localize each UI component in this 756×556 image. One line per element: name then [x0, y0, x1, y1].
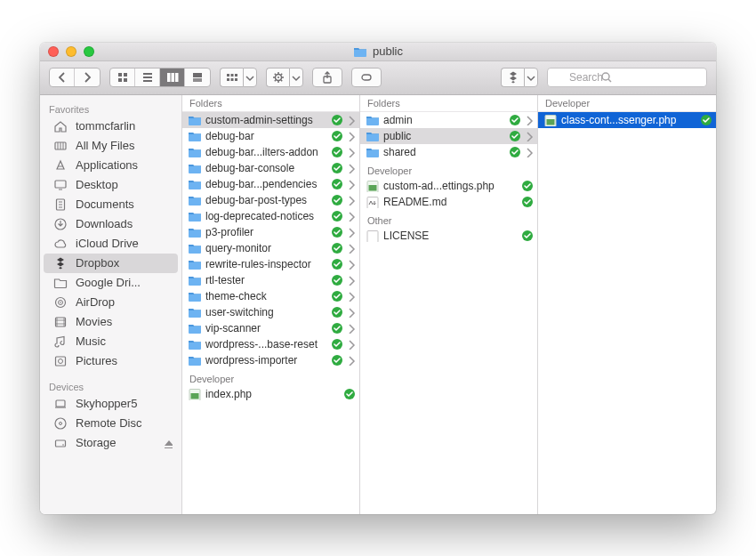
tags-button[interactable] — [351, 68, 382, 87]
movies-icon — [52, 315, 68, 329]
search-field-wrap — [547, 68, 707, 87]
body: FavoritestommcfarlinAll My FilesApplicat… — [40, 95, 716, 514]
chevron-right-icon — [347, 195, 356, 205]
coverflow-view-button[interactable] — [185, 68, 210, 86]
sidebar-item-remote-disc[interactable]: Remote Disc — [40, 414, 181, 433]
icon-view-button[interactable] — [110, 68, 135, 86]
file-row[interactable]: p3-profiler — [182, 224, 359, 240]
folder-icon — [188, 210, 202, 222]
file-row[interactable]: wordpress-...base-reset — [182, 336, 359, 352]
file-label: custom-ad...ettings.php — [383, 180, 518, 192]
sidebar-item-movies[interactable]: Movies — [40, 312, 181, 332]
traffic-lights — [40, 46, 94, 57]
chevron-right-icon — [347, 259, 356, 270]
chevron-right-icon — [525, 115, 534, 125]
minimize-button[interactable] — [66, 46, 76, 57]
file-label: index.php — [205, 388, 340, 400]
file-row[interactable]: log-deprecated-notices — [182, 208, 359, 224]
sidebar-item-airdrop[interactable]: AirDrop — [40, 293, 181, 312]
folder-icon — [188, 274, 202, 286]
file-row[interactable]: admin — [360, 112, 537, 128]
chevron-right-icon — [525, 131, 534, 141]
close-button[interactable] — [48, 46, 59, 57]
sidebar-item-google-dri-[interactable]: Google Dri... — [40, 273, 181, 293]
file-row[interactable]: user-switching — [182, 304, 359, 320]
md-icon — [366, 196, 380, 208]
sidebar-item-tommcfarlin[interactable]: tommcfarlin — [40, 117, 181, 136]
action-dropdown[interactable] — [266, 68, 303, 87]
file-row[interactable]: debug-bar-post-types — [182, 192, 359, 208]
sidebar-item-desktop[interactable]: Desktop — [40, 175, 181, 195]
chevron-right-icon — [525, 147, 534, 157]
documents-icon — [52, 197, 68, 212]
file-row[interactable]: debug-bar-console — [182, 160, 359, 176]
sidebar-item-pictures[interactable]: Pictures — [40, 351, 181, 371]
sidebar-item-downloads[interactable]: Downloads — [40, 214, 181, 234]
php-icon — [543, 114, 558, 126]
folder-icon — [188, 242, 202, 254]
file-row[interactable]: shared — [360, 144, 537, 160]
sidebar-item-skyhopper5[interactable]: Skyhopper5 — [40, 394, 181, 414]
file-row[interactable]: query-monitor — [182, 240, 359, 256]
sidebar-item-dropbox[interactable]: Dropbox — [44, 254, 178, 273]
eject-icon[interactable] — [162, 438, 173, 448]
sidebar-item-applications[interactable]: Applications — [40, 156, 181, 175]
dropbox-dropdown[interactable] — [501, 68, 538, 87]
file-row[interactable]: LICENSE — [360, 228, 537, 244]
folder-icon — [188, 162, 202, 174]
synced-icon — [331, 114, 343, 126]
file-row[interactable]: vip-scanner — [182, 320, 359, 336]
sidebar-item-label: Dropbox — [76, 256, 119, 270]
forward-button[interactable] — [75, 68, 100, 86]
synced-icon — [331, 322, 343, 334]
file-row[interactable]: debug-bar...ilters-addon — [182, 144, 359, 160]
sidebar-item-documents[interactable]: Documents — [40, 195, 181, 214]
file-row[interactable]: debug-bar — [182, 128, 359, 144]
sidebar-item-music[interactable]: Music — [40, 332, 181, 351]
pictures-icon — [52, 354, 68, 368]
file-row[interactable]: rtl-tester — [182, 272, 359, 288]
file-row[interactable]: wordpress-importer — [182, 352, 359, 368]
folder-icon — [188, 178, 202, 190]
folder-icon — [188, 226, 202, 238]
chevron-right-icon — [347, 179, 356, 189]
dropbox-icon — [52, 256, 68, 270]
sidebar-item-all-my-files[interactable]: All My Files — [40, 136, 181, 156]
allfiles-icon — [52, 139, 68, 153]
sidebar-item-label: Movies — [76, 315, 112, 328]
titlebar: public — [40, 43, 716, 61]
sidebar-item-storage[interactable]: Storage — [40, 433, 181, 453]
column-1: FoldersadminpublicsharedDevelopercustom-… — [360, 95, 538, 514]
file-row[interactable]: debug-bar...pendencies — [182, 176, 359, 192]
file-label: debug-bar...ilters-addon — [205, 146, 327, 158]
sidebar-item-label: Desktop — [76, 178, 118, 191]
file-row[interactable]: rewrite-rules-inspector — [182, 256, 359, 272]
back-button[interactable] — [50, 68, 75, 86]
file-row[interactable]: custom-admin-settings — [182, 112, 359, 128]
share-button[interactable] — [312, 68, 342, 87]
file-row[interactable]: custom-ad...ettings.php — [360, 178, 537, 194]
synced-icon — [331, 274, 343, 286]
file-row[interactable]: theme-check — [182, 288, 359, 304]
file-row[interactable]: public — [360, 128, 537, 144]
sidebar-item-label: Music — [76, 334, 106, 348]
list-view-button[interactable] — [135, 68, 160, 86]
apps-icon — [52, 158, 68, 173]
sidebar-item-icloud-drive[interactable]: iCloud Drive — [40, 234, 181, 254]
arrange-dropdown[interactable] — [220, 68, 257, 87]
sidebar-item-label: Google Dri... — [76, 276, 141, 289]
column-view-button[interactable] — [160, 68, 185, 86]
file-row[interactable]: README.md — [360, 194, 537, 210]
folder-icon — [188, 290, 202, 302]
chevron-right-icon — [347, 227, 356, 238]
view-switcher — [109, 68, 211, 87]
file-row[interactable]: class-cont...ssenger.php — [538, 112, 716, 128]
sidebar-section-header: Devices — [40, 378, 181, 394]
folder-icon — [353, 45, 367, 58]
file-label: p3-profiler — [205, 226, 327, 238]
chevron-right-icon — [347, 355, 356, 366]
file-row[interactable]: index.php — [182, 386, 359, 402]
chevron-right-icon — [347, 275, 356, 286]
search-input[interactable] — [547, 68, 707, 87]
zoom-button[interactable] — [84, 46, 94, 57]
